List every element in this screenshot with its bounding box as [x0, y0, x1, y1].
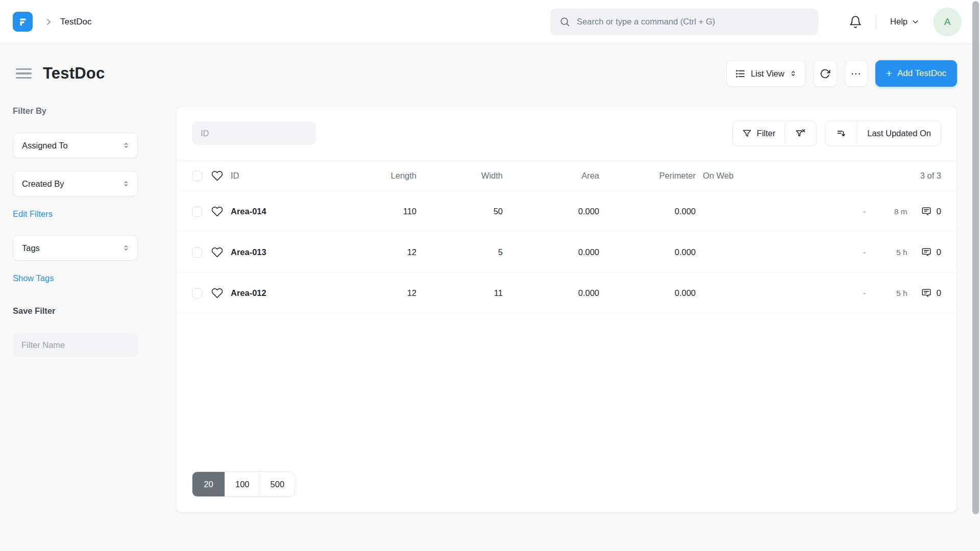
cell-area: 0.000 — [510, 288, 599, 298]
cell-length: 110 — [355, 207, 416, 216]
page-size-100[interactable]: 100 — [225, 472, 260, 496]
updown-chevron-icon — [790, 69, 797, 78]
screen: TestDoc Help A — [0, 0, 980, 551]
comment-count-value: 0 — [937, 288, 941, 298]
like-icon[interactable] — [211, 287, 223, 299]
column-on-web[interactable]: On Web — [703, 171, 769, 181]
cell-perimeter: 0.000 — [606, 288, 696, 298]
page-size-selector: 20 100 500 — [192, 471, 295, 497]
comment-count-value: 0 — [937, 247, 941, 258]
id-filter-input[interactable] — [192, 121, 316, 145]
filter-button-label: Filter — [757, 129, 776, 138]
search-icon — [559, 16, 570, 27]
row-checkbox[interactable] — [192, 247, 202, 258]
view-switcher-label: List View — [751, 69, 785, 79]
avatar[interactable]: A — [933, 8, 962, 36]
row-checkbox[interactable] — [192, 207, 202, 217]
sidebar-toggle-button[interactable] — [13, 65, 35, 82]
comment-count-value: 0 — [937, 207, 941, 217]
filter-funnel-icon — [742, 129, 752, 138]
page-size-20[interactable]: 20 — [192, 472, 225, 496]
like-icon[interactable] — [211, 246, 223, 258]
show-tags-link[interactable]: Show Tags — [13, 273, 54, 283]
filter-name-input[interactable] — [13, 333, 138, 357]
cell-id[interactable]: Area-012 — [231, 288, 348, 298]
cell-assigned: - — [854, 207, 875, 216]
assigned-to-label: Assigned To — [22, 141, 68, 151]
cell-assigned: - — [854, 247, 875, 257]
page-title: TestDoc — [43, 64, 105, 83]
tags-label: Tags — [22, 243, 40, 253]
record-count: 3 of 3 — [776, 171, 941, 181]
notifications-button[interactable] — [849, 15, 862, 29]
created-by-select[interactable]: Created By — [13, 171, 138, 196]
frappe-logo-icon — [17, 16, 29, 28]
page-actions: List View ⋯ + Add TestDoc — [726, 60, 957, 87]
comment-count[interactable]: 0 — [921, 288, 941, 299]
bell-icon — [849, 15, 862, 29]
help-menu[interactable]: Help — [890, 17, 919, 27]
comment-count[interactable]: 0 — [921, 247, 941, 258]
cell-assigned: - — [854, 288, 875, 298]
created-by-label: Created By — [22, 179, 64, 189]
navbar-divider — [876, 14, 876, 30]
clear-filters-button[interactable] — [785, 121, 816, 145]
sort-field-button[interactable]: Last Updated On — [857, 121, 941, 145]
comment-icon — [921, 206, 932, 217]
avatar-letter: A — [944, 16, 951, 28]
refresh-button[interactable] — [813, 60, 837, 87]
list-toolbar: Filter — [177, 107, 957, 160]
tags-select[interactable]: Tags — [13, 235, 138, 261]
add-testdoc-label: Add TestDoc — [897, 68, 946, 79]
like-icon[interactable] — [211, 206, 223, 217]
search-input[interactable] — [577, 17, 809, 27]
row-checkbox[interactable] — [192, 288, 202, 298]
select-all-checkbox[interactable] — [192, 171, 202, 181]
filter-x-icon — [795, 128, 806, 139]
edit-filters-link[interactable]: Edit Filters — [13, 209, 53, 219]
column-width[interactable]: Width — [424, 171, 503, 181]
chevron-down-icon — [912, 18, 919, 26]
cell-width: 5 — [424, 247, 503, 257]
more-actions-button[interactable]: ⋯ — [845, 60, 868, 87]
content: Filter By Assigned To Created By Edit Fi… — [13, 106, 957, 513]
list-card: Filter — [176, 106, 957, 513]
table-row[interactable]: Area-014 110 50 0.000 0.000 - 8 m — [177, 191, 957, 232]
filter-button-group: Filter — [732, 120, 817, 146]
cell-length: 12 — [355, 247, 416, 257]
page-scrollbar[interactable] — [971, 0, 980, 551]
sort-field-label: Last Updated On — [867, 129, 931, 138]
cell-width: 50 — [424, 207, 503, 216]
add-testdoc-button[interactable]: + Add TestDoc — [875, 60, 957, 87]
updown-chevron-icon — [122, 244, 130, 252]
filter-sidebar: Filter By Assigned To Created By Edit Fi… — [13, 106, 138, 513]
cell-id[interactable]: Area-014 — [231, 207, 348, 216]
global-search[interactable] — [550, 9, 818, 35]
column-length[interactable]: Length — [355, 171, 416, 181]
breadcrumb[interactable]: TestDoc — [60, 17, 91, 27]
help-label: Help — [890, 17, 908, 27]
cell-width: 11 — [424, 288, 503, 298]
table-row[interactable]: Area-012 12 11 0.000 0.000 - 5 h — [177, 273, 957, 314]
cell-id[interactable]: Area-013 — [231, 247, 348, 257]
scrollbar-thumb[interactable] — [972, 1, 979, 514]
page-size-500[interactable]: 500 — [260, 472, 295, 496]
cell-modified: 5 h — [875, 248, 908, 257]
column-perimeter[interactable]: Perimeter — [606, 171, 696, 181]
comment-count[interactable]: 0 — [921, 206, 941, 217]
main-area: TestDoc List View — [0, 59, 980, 513]
column-area[interactable]: Area — [510, 171, 599, 181]
cell-modified: 8 m — [875, 207, 908, 216]
filter-button[interactable]: Filter — [733, 121, 785, 145]
sort-direction-button[interactable] — [825, 121, 857, 145]
app-logo[interactable] — [13, 12, 33, 32]
view-switcher-button[interactable]: List View — [726, 60, 805, 87]
assigned-to-select[interactable]: Assigned To — [13, 133, 138, 158]
ellipsis-icon: ⋯ — [851, 67, 862, 80]
table-row[interactable]: Area-013 12 5 0.000 0.000 - 5 h — [177, 232, 957, 273]
list-view-icon — [735, 68, 746, 79]
cell-perimeter: 0.000 — [606, 247, 696, 257]
column-id[interactable]: ID — [231, 171, 348, 181]
cell-area: 0.000 — [510, 207, 599, 216]
like-filter-icon[interactable] — [211, 170, 223, 182]
